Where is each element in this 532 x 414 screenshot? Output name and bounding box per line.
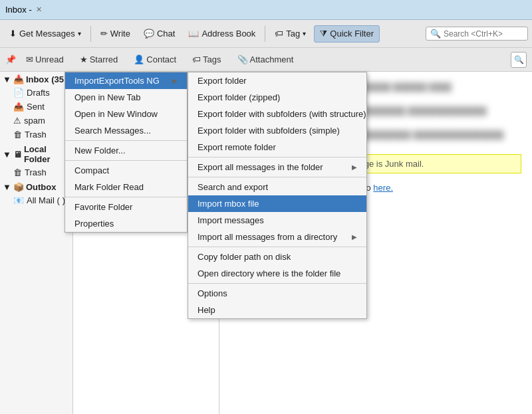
tag-icon: 🏷 — [275, 29, 283, 39]
funnel-icon: ⧩ — [320, 29, 327, 39]
spam-icon: ⚠ — [13, 116, 21, 126]
ctx-new-folder[interactable]: New Folder... — [65, 142, 187, 159]
contact-icon: 👤 — [134, 54, 144, 64]
tag-dropdown-arrow[interactable]: ▾ — [303, 30, 306, 37]
ctx-sub-export-all-arrow: ▶ — [352, 163, 357, 171]
attachment-icon: 📎 — [237, 54, 248, 64]
address-book-icon: 📖 — [188, 29, 199, 39]
ctx-sub-sep-2 — [188, 177, 366, 177]
search-icon: 🔍 — [430, 29, 441, 39]
local-folder-icon: 🖥 — [13, 150, 22, 159]
email-here-link[interactable]: here. — [373, 183, 393, 193]
sidebar-item-trash-local[interactable]: 🗑 Trash — [0, 165, 72, 179]
trash-icon: 🗑 — [13, 130, 22, 140]
tags-icon: 🏷 — [192, 54, 201, 64]
toolbar-sep-1 — [90, 26, 91, 42]
drafts-icon: 📄 — [13, 88, 24, 98]
collapse-icon: ▼ — [3, 74, 11, 84]
ctx-sub-export-remote[interactable]: Export remote folder — [188, 139, 366, 155]
context-submenu: Export folder Export folder (zipped) Exp… — [188, 72, 367, 319]
ctx-open-new-tab[interactable]: Open in New Tab — [65, 89, 187, 106]
ctx-sub-import-dir-arrow: ▶ — [352, 233, 357, 241]
get-messages-icon: ⬇ — [9, 29, 17, 39]
star-icon: ★ — [80, 54, 88, 64]
ctx-sub-import-all-dir[interactable]: Import all messages from a directory ▶ — [188, 229, 366, 245]
ctx-sub-export-subfolders-simple[interactable]: Export folder with subfolders (simple) — [188, 122, 366, 139]
title-bar: Inbox - ✕ — [0, 0, 532, 20]
filter-bar: 📌 ✉ Unread ★ Starred 👤 Contact 🏷 Tags 📎 … — [0, 48, 532, 72]
ctx-sub-options[interactable]: Options — [188, 285, 366, 302]
filter-search-icon[interactable]: 🔍 — [511, 52, 527, 68]
ctx-sub-import-messages[interactable]: Import messages — [188, 212, 366, 229]
toolbar-sep-2 — [265, 26, 265, 42]
all-mail-icon: 📧 — [13, 195, 24, 205]
trash-local-icon: 🗑 — [13, 167, 22, 177]
sidebar-section-outbox[interactable]: ▼ 📦 Outbox — [0, 179, 72, 193]
address-book-button[interactable]: 📖 Address Book — [183, 26, 261, 41]
outbox-folder-icon: 📦 — [13, 182, 24, 192]
ctx-open-new-window[interactable]: Open in New Window — [65, 106, 187, 122]
ctx-sub-open-dir[interactable]: Open directory where is the folder file — [188, 265, 366, 282]
unread-filter-button[interactable]: ✉ Unread — [20, 52, 70, 67]
title-bar-text: Inbox - — [5, 5, 32, 15]
inbox-folder-icon: 📥 — [13, 74, 24, 84]
starred-filter-button[interactable]: ★ Starred — [74, 52, 124, 67]
get-messages-button[interactable]: ⬇ Get Messages ▾ — [4, 26, 86, 41]
ctx-sub-import-mbox[interactable]: Import mbox file — [188, 195, 366, 212]
sidebar-section-inbox[interactable]: ▼ 📥 Inbox (35) — [0, 72, 72, 86]
ctx-import-export-tools[interactable]: ImportExportTools NG ▶ — [65, 72, 187, 89]
toolbar: ⬇ Get Messages ▾ ✏ Write 💬 Chat 📖 Addres… — [0, 20, 532, 48]
ctx-properties[interactable]: Properties — [65, 215, 187, 232]
write-button[interactable]: ✏ Write — [95, 26, 136, 41]
ctx-favorite-folder[interactable]: Favorite Folder — [65, 199, 187, 215]
filter-pin-icon: 📌 — [5, 54, 16, 64]
sidebar-item-sent[interactable]: 📤 Sent — [0, 100, 72, 114]
sidebar-item-all-mail[interactable]: 📧 All Mail () — [0, 193, 72, 207]
ctx-sub-export-folder-zipped[interactable]: Export folder (zipped) — [188, 89, 366, 106]
sidebar-item-spam[interactable]: ⚠ spam — [0, 114, 72, 128]
get-messages-dropdown-arrow[interactable]: ▾ — [78, 30, 81, 37]
ctx-sub-export-subfolders-structure[interactable]: Export folder with subfolders (with stru… — [188, 106, 366, 122]
ctx-mark-folder-read[interactable]: Mark Folder Read — [65, 179, 187, 195]
tag-button[interactable]: 🏷 Tag ▾ — [269, 26, 311, 41]
chat-icon: 💬 — [144, 29, 154, 39]
chat-button[interactable]: 💬 Chat — [138, 26, 180, 41]
tags-filter-button[interactable]: 🏷 Tags — [186, 52, 227, 67]
ctx-sep-1 — [65, 140, 187, 141]
sidebar-item-drafts[interactable]: 📄 Drafts — [0, 86, 72, 100]
ctx-sub-copy-path[interactable]: Copy folder path on disk — [188, 249, 366, 265]
ctx-sub-sep-3 — [188, 247, 366, 247]
ctx-sep-3 — [65, 197, 187, 197]
ctx-sep-2 — [65, 160, 187, 161]
sent-icon: 📤 — [13, 102, 24, 112]
ctx-sub-export-folder[interactable]: Export folder — [188, 72, 366, 89]
local-collapse-icon: ▼ — [3, 150, 11, 159]
sidebar-section-local[interactable]: ▼ 🖥 Local Folder — [0, 142, 72, 165]
submenu-arrow-icon: ▶ — [172, 77, 178, 84]
quick-filter-button[interactable]: ⧩ Quick Filter — [314, 25, 380, 43]
ctx-sub-sep-4 — [188, 283, 366, 284]
attachment-filter-button[interactable]: 📎 Attachment — [231, 52, 300, 67]
ctx-sub-export-all[interactable]: Export all messages in the folder ▶ — [188, 159, 366, 175]
outbox-collapse-icon: ▼ — [3, 182, 11, 192]
contact-filter-button[interactable]: 👤 Contact — [128, 52, 182, 67]
sidebar: ▼ 📥 Inbox (35) 📄 Drafts 📤 Sent ⚠ spam 🗑 … — [0, 72, 73, 414]
title-bar-close[interactable]: ✕ — [36, 5, 42, 14]
ctx-search-messages[interactable]: Search Messages... — [65, 122, 187, 139]
ctx-sub-sep-1 — [188, 157, 366, 157]
ctx-sub-search-export[interactable]: Search and export — [188, 179, 366, 195]
ctx-sub-help[interactable]: Help — [188, 302, 366, 318]
ctx-compact[interactable]: Compact — [65, 162, 187, 179]
unread-icon: ✉ — [26, 54, 33, 64]
write-icon: ✏ — [100, 29, 108, 39]
search-box[interactable]: 🔍 — [426, 27, 528, 41]
sidebar-item-trash-main[interactable]: 🗑 Trash — [0, 128, 72, 142]
search-input[interactable] — [444, 29, 523, 39]
context-menu-main: ImportExportTools NG ▶ Open in New Tab O… — [65, 72, 188, 233]
